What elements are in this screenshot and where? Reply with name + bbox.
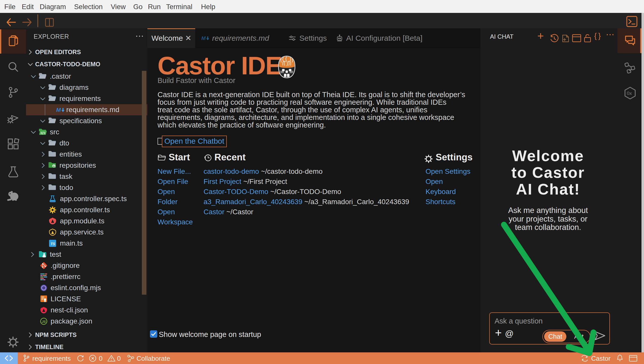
svg-text:M: M bbox=[56, 107, 61, 113]
svg-text:JS: JS bbox=[42, 320, 46, 324]
svg-text:M: M bbox=[201, 35, 206, 41]
svg-text:TS: TS bbox=[51, 242, 55, 246]
svg-text:0x: 0x bbox=[627, 91, 632, 96]
